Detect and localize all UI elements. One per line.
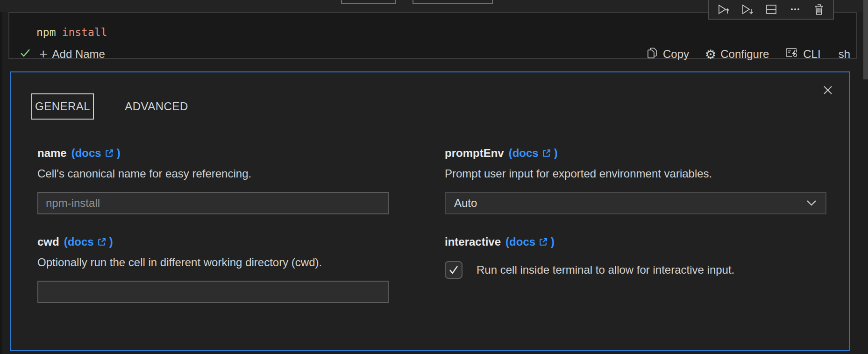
- cell-hover-toolbar: [708, 0, 834, 20]
- cell-configure-panel: GENERAL ADVANCED name (docs ) Cell's can…: [10, 71, 850, 351]
- field-name-title: name: [37, 146, 67, 160]
- editor-gutter: [0, 12, 2, 354]
- cwd-docs-link[interactable]: (docs ): [64, 235, 113, 249]
- delete-cell-icon[interactable]: [811, 2, 826, 17]
- tab-general[interactable]: GENERAL: [31, 93, 94, 120]
- cli-button[interactable]: CLI: [785, 46, 820, 63]
- field-cwd-title: cwd: [37, 235, 59, 249]
- cwd-input[interactable]: [37, 281, 389, 303]
- field-interactive-label: interactive (docs ): [445, 235, 826, 249]
- cell-code[interactable]: npminstall: [36, 26, 107, 38]
- field-interactive-title: interactive: [445, 235, 501, 249]
- field-name: name (docs ) Cell's canonical name for e…: [37, 146, 389, 214]
- clipped-element-above-2: [413, 0, 493, 4]
- more-actions-icon[interactable]: [788, 2, 803, 17]
- tab-advanced[interactable]: ADVANCED: [121, 93, 192, 120]
- run-cell-and-below-icon[interactable]: [740, 2, 754, 17]
- clipped-element-above-1: [341, 0, 396, 4]
- field-promptenv: promptEnv (docs ) Prompt user input for …: [445, 146, 826, 214]
- field-cwd: cwd (docs ) Optionally run the cell in d…: [37, 235, 389, 303]
- field-interactive: interactive (docs ) Run cell inside term…: [445, 235, 826, 279]
- external-link-icon: [538, 237, 548, 247]
- code-token-argument: install: [62, 26, 107, 38]
- vertical-scrollbar-thumb[interactable]: [863, 0, 868, 79]
- copy-icon: [646, 46, 659, 62]
- checkmark-icon: [447, 263, 460, 276]
- close-icon[interactable]: [821, 84, 834, 97]
- docs-link-close: ): [117, 146, 121, 160]
- field-promptenv-title: promptEnv: [445, 146, 504, 160]
- add-name-label: Add Name: [52, 48, 105, 61]
- code-token-command: npm: [36, 26, 56, 38]
- run-cell-and-above-icon[interactable]: [716, 2, 731, 17]
- split-cell-icon[interactable]: [764, 2, 779, 17]
- external-link-icon: [97, 237, 107, 247]
- field-promptenv-description: Prompt user input for exported environme…: [445, 167, 826, 181]
- copy-label: Copy: [663, 48, 689, 61]
- docs-link-text: (docs: [509, 146, 539, 160]
- interactive-checkbox[interactable]: [445, 261, 462, 279]
- external-link-icon: [541, 149, 551, 158]
- docs-link-close: ): [551, 235, 555, 249]
- field-name-description: Cell's canonical name for easy referenci…: [37, 167, 389, 181]
- panel-tabs: GENERAL ADVANCED: [31, 93, 192, 120]
- docs-link-close: ): [109, 235, 113, 249]
- promptenv-docs-link[interactable]: (docs ): [509, 146, 558, 160]
- docs-link-text: (docs: [64, 235, 94, 249]
- interactive-checkbox-label: Run cell inside terminal to allow for in…: [477, 263, 734, 276]
- configure-label: Configure: [720, 48, 769, 61]
- cell-language-badge[interactable]: sh: [839, 48, 850, 61]
- external-link-icon: [104, 149, 114, 158]
- gear-icon: ⚙: [705, 48, 716, 61]
- interactive-docs-link[interactable]: (docs ): [505, 235, 555, 249]
- promptenv-selected-value: Auto: [454, 197, 477, 210]
- field-cwd-label: cwd (docs ): [37, 235, 389, 249]
- promptenv-select[interactable]: Auto: [445, 192, 826, 214]
- field-name-label: name (docs ): [37, 146, 389, 160]
- docs-link-text: (docs: [71, 146, 101, 160]
- copy-button[interactable]: Copy: [646, 46, 689, 62]
- plus-icon: +: [39, 47, 48, 61]
- chevron-down-icon: [806, 200, 817, 206]
- success-check-icon: [19, 46, 32, 62]
- cli-icon: [785, 46, 799, 63]
- interactive-checkbox-row: Run cell inside terminal to allow for in…: [445, 261, 826, 279]
- field-cwd-description: Optionally run the cell in different wor…: [37, 255, 389, 269]
- cli-label: CLI: [803, 48, 820, 61]
- cell-actions: Copy ⚙ Configure CLI sh: [646, 46, 850, 63]
- configure-button[interactable]: ⚙ Configure: [705, 48, 769, 61]
- docs-link-close: ): [554, 146, 558, 160]
- field-promptenv-label: promptEnv (docs ): [445, 146, 826, 160]
- add-name-button[interactable]: + Add Name: [39, 47, 105, 61]
- name-input[interactable]: [37, 192, 389, 214]
- docs-link-text: (docs: [505, 235, 535, 249]
- name-docs-link[interactable]: (docs ): [71, 146, 121, 160]
- cell-footer: + Add Name Copy ⚙ Configure CLI sh: [19, 47, 850, 62]
